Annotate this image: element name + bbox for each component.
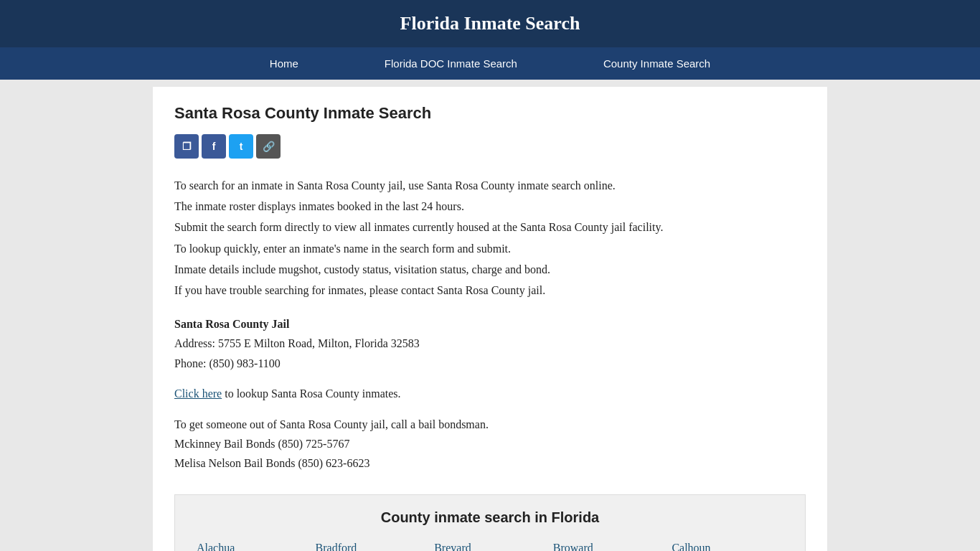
address-label: Address: (174, 337, 215, 349)
site-header: Florida Inmate Search (0, 0, 980, 47)
county-link[interactable]: Alachua (197, 540, 308, 551)
site-title: Florida Inmate Search (400, 13, 580, 34)
nav-county-search[interactable]: County Inmate Search (560, 47, 753, 80)
info-p1: To search for an inmate in Santa Rosa Co… (174, 176, 806, 195)
info-p5: Inmate details include mugshot, custody … (174, 260, 806, 279)
share-buttons: ❐ f t 🔗 (174, 134, 806, 159)
twitter-button[interactable]: t (229, 134, 253, 159)
phone-label: Phone: (174, 357, 206, 369)
facebook-button[interactable]: f (202, 134, 226, 159)
main-content: Santa Rosa County Inmate Search ❐ f t 🔗 … (153, 87, 827, 551)
address-section: Santa Rosa County Jail Address: 5755 E M… (174, 314, 806, 373)
bail-p1: To get someone out of Santa Rosa County … (174, 415, 806, 434)
nav-doc-search[interactable]: Florida DOC Inmate Search (341, 47, 560, 80)
bail-section: To get someone out of Santa Rosa County … (174, 415, 806, 474)
info-p3: Submit the search form directly to view … (174, 217, 806, 237)
info-section: To search for an inmate in Santa Rosa Co… (174, 176, 806, 300)
main-nav: Home Florida DOC Inmate Search County In… (0, 47, 980, 80)
copy-link-button[interactable]: 🔗 (256, 134, 281, 159)
county-link[interactable]: Broward (553, 540, 665, 551)
info-p2: The inmate roster displays inmates booke… (174, 197, 806, 216)
county-section-title: County inmate search in Florida (197, 509, 783, 526)
bail-p2: Mckinney Bail Bonds (850) 725-5767 (174, 434, 806, 453)
lookup-link[interactable]: Click here (174, 387, 222, 400)
share-button[interactable]: ❐ (174, 134, 199, 159)
bail-p3: Melisa Nelson Bail Bonds (850) 623-6623 (174, 453, 806, 473)
page-title: Santa Rosa County Inmate Search (174, 104, 806, 123)
nav-home[interactable]: Home (227, 47, 341, 80)
info-p6: If you have trouble searching for inmate… (174, 281, 806, 300)
content-wrapper: Santa Rosa County Inmate Search ❐ f t 🔗 … (0, 80, 980, 551)
lookup-suffix: to lookup Santa Rosa County inmates. (222, 387, 400, 400)
county-link[interactable]: Calhoun (672, 540, 783, 551)
county-link[interactable]: Bradford (316, 540, 428, 551)
county-section: County inmate search in Florida AlachuaB… (174, 494, 806, 551)
county-link[interactable]: Brevard (434, 540, 546, 551)
address-value: 5755 E Milton Road, Milton, Florida 3258… (218, 337, 420, 349)
phone-value: (850) 983-1100 (209, 357, 280, 369)
lookup-line: Click here to lookup Santa Rosa County i… (174, 387, 806, 400)
info-p4: To lookup quickly, enter an inmate's nam… (174, 239, 806, 258)
jail-title: Santa Rosa County Jail (174, 318, 289, 330)
county-grid: AlachuaBradfordBrevardBrowardCalhounChar… (197, 540, 783, 551)
